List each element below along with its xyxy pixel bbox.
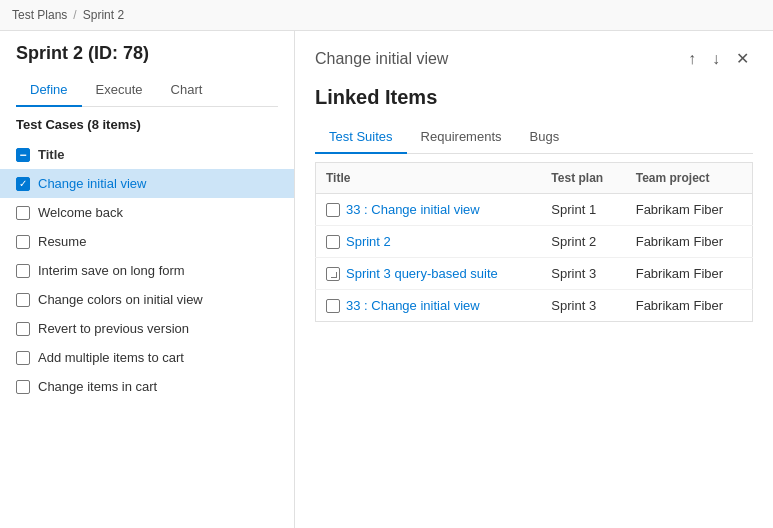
tab-execute[interactable]: Execute xyxy=(82,74,157,107)
right-tabs: Test Suites Requirements Bugs xyxy=(315,121,753,154)
close-button[interactable]: ✕ xyxy=(732,47,753,70)
breadcrumb-test-plans[interactable]: Test Plans xyxy=(12,8,67,22)
suite-icon xyxy=(326,203,340,217)
list-item-change-initial-view[interactable]: Change initial view xyxy=(0,169,294,198)
checkbox-change-initial-view[interactable] xyxy=(16,177,30,191)
table-cell-title: Sprint 3 query-based suite xyxy=(316,258,542,290)
label-change-colors: Change colors on initial view xyxy=(38,292,203,307)
sprint-title: Sprint 2 (ID: 78) xyxy=(16,43,278,64)
tab-requirements[interactable]: Requirements xyxy=(407,121,516,154)
label-welcome-back: Welcome back xyxy=(38,205,123,220)
table-cell-team-project: Fabrikam Fiber xyxy=(626,226,753,258)
cell-title-container: 33 : Change initial view xyxy=(326,298,531,313)
list-item-change-colors[interactable]: Change colors on initial view xyxy=(0,285,294,314)
checkbox-header[interactable] xyxy=(16,148,30,162)
title-link[interactable]: Sprint 3 query-based suite xyxy=(346,266,498,281)
checkbox-change-items[interactable] xyxy=(16,380,30,394)
checkbox-change-colors[interactable] xyxy=(16,293,30,307)
table-cell-title: Sprint 2 xyxy=(316,226,542,258)
list-item-welcome-back[interactable]: Welcome back xyxy=(0,198,294,227)
label-add-multiple: Add multiple items to cart xyxy=(38,350,184,365)
label-interim-save: Interim save on long form xyxy=(38,263,185,278)
down-button[interactable]: ↓ xyxy=(708,48,724,70)
panel-header: Change initial view ↑ ↓ ✕ xyxy=(315,47,753,70)
table-cell-test-plan: Sprint 1 xyxy=(541,194,625,226)
linked-table: Title Test plan Team project 33 : Change… xyxy=(315,162,753,322)
title-link[interactable]: Sprint 2 xyxy=(346,234,391,249)
left-tabs: Define Execute Chart xyxy=(16,74,278,107)
table-row: Sprint 2 Sprint 2 Fabrikam Fiber xyxy=(316,226,753,258)
checkbox-add-multiple[interactable] xyxy=(16,351,30,365)
list-item-header: Title xyxy=(0,140,294,169)
table-cell-test-plan: Sprint 2 xyxy=(541,226,625,258)
label-change-items: Change items in cart xyxy=(38,379,157,394)
cell-title-container: Sprint 3 query-based suite xyxy=(326,266,531,281)
cell-title-container: Sprint 2 xyxy=(326,234,531,249)
list-item-resume[interactable]: Resume xyxy=(0,227,294,256)
checkbox-welcome-back[interactable] xyxy=(16,206,30,220)
checkbox-revert[interactable] xyxy=(16,322,30,336)
list-item-revert[interactable]: Revert to previous version xyxy=(0,314,294,343)
title-link[interactable]: 33 : Change initial view xyxy=(346,298,480,313)
table-cell-team-project: Fabrikam Fiber xyxy=(626,290,753,322)
tab-chart[interactable]: Chart xyxy=(157,74,217,107)
list-item-add-multiple[interactable]: Add multiple items to cart xyxy=(0,343,294,372)
query-suite-icon xyxy=(326,267,340,281)
suite-icon xyxy=(326,235,340,249)
panel-actions: ↑ ↓ ✕ xyxy=(684,47,753,70)
table-row: 33 : Change initial view Sprint 1 Fabrik… xyxy=(316,194,753,226)
suite-icon xyxy=(326,299,340,313)
table-cell-title: 33 : Change initial view xyxy=(316,194,542,226)
tab-define[interactable]: Define xyxy=(16,74,82,107)
cell-title-container: 33 : Change initial view xyxy=(326,202,531,217)
table-cell-title: 33 : Change initial view xyxy=(316,290,542,322)
panel-title: Change initial view xyxy=(315,50,448,68)
left-panel-header: Sprint 2 (ID: 78) Define Execute Chart xyxy=(0,31,294,107)
col-team-project: Team project xyxy=(626,163,753,194)
breadcrumb-separator: / xyxy=(73,8,76,22)
col-test-plan: Test plan xyxy=(541,163,625,194)
test-cases-list: Title Change initial view Welcome back R… xyxy=(0,140,294,528)
list-item-interim-save[interactable]: Interim save on long form xyxy=(0,256,294,285)
breadcrumb: Test Plans / Sprint 2 xyxy=(0,0,773,31)
col-title: Title xyxy=(316,163,542,194)
table-header-row: Title Test plan Team project xyxy=(316,163,753,194)
label-change-initial-view: Change initial view xyxy=(38,176,146,191)
label-resume: Resume xyxy=(38,234,86,249)
table-cell-team-project: Fabrikam Fiber xyxy=(626,258,753,290)
checkbox-resume[interactable] xyxy=(16,235,30,249)
tab-bugs[interactable]: Bugs xyxy=(516,121,574,154)
table-cell-test-plan: Sprint 3 xyxy=(541,258,625,290)
main-layout: Sprint 2 (ID: 78) Define Execute Chart T… xyxy=(0,31,773,528)
list-item-change-items[interactable]: Change items in cart xyxy=(0,372,294,401)
breadcrumb-sprint2[interactable]: Sprint 2 xyxy=(83,8,124,22)
label-revert: Revert to previous version xyxy=(38,321,189,336)
left-panel: Sprint 2 (ID: 78) Define Execute Chart T… xyxy=(0,31,295,528)
title-link[interactable]: 33 : Change initial view xyxy=(346,202,480,217)
up-button[interactable]: ↑ xyxy=(684,48,700,70)
test-cases-header: Test Cases (8 items) xyxy=(0,107,294,140)
checkbox-interim-save[interactable] xyxy=(16,264,30,278)
tab-test-suites[interactable]: Test Suites xyxy=(315,121,407,154)
table-row: 33 : Change initial view Sprint 3 Fabrik… xyxy=(316,290,753,322)
table-cell-team-project: Fabrikam Fiber xyxy=(626,194,753,226)
table-cell-test-plan: Sprint 3 xyxy=(541,290,625,322)
table-row: Sprint 3 query-based suite Sprint 3 Fabr… xyxy=(316,258,753,290)
linked-items-title: Linked Items xyxy=(315,86,753,109)
column-title-label: Title xyxy=(38,147,65,162)
right-panel: Change initial view ↑ ↓ ✕ Linked Items T… xyxy=(295,31,773,528)
